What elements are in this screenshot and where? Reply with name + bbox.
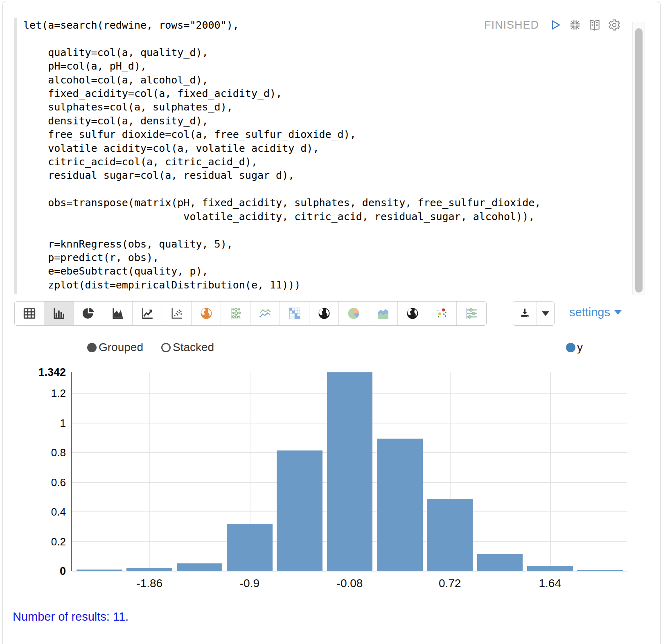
globe-dark-2-icon (406, 306, 419, 320)
chart-type-globe-dark-2-button[interactable] (398, 302, 427, 325)
histogram-bar-3[interactable] (177, 563, 223, 571)
bar-chart-icon (52, 306, 66, 320)
pie-chart-icon (81, 306, 95, 320)
code-line: obs=transpose(matrix(pH, fixed_acidity, … (23, 196, 541, 209)
scatter-plot-icon (170, 306, 184, 320)
scatter-multicolor-icon (435, 306, 449, 320)
histogram-bar-2[interactable] (126, 568, 172, 571)
paragraph-settings-button[interactable] (608, 18, 621, 32)
notebook-paragraph: let(a=search(redwine, rows="2000"), qual… (2, 1, 661, 644)
download-icon (519, 307, 530, 320)
histogram-bar-7[interactable] (377, 439, 423, 571)
chart-type-bubble-grid-green-button[interactable] (221, 302, 250, 325)
code-line: density=col(a, density_d), (23, 114, 541, 128)
chart-type-area-pastel-button[interactable] (368, 302, 398, 325)
download-button-group (513, 301, 555, 326)
y-axis-tick-label: 0 (60, 565, 66, 578)
visualization-toolbar-row: settings (14, 301, 660, 326)
code-line (23, 223, 541, 237)
chart-type-pie-chart-button[interactable] (74, 302, 103, 325)
line-chart-icon (140, 306, 154, 320)
plot-area: 1.3421.210.80.60.40.20-1.86-0.9-0.080.72… (71, 372, 627, 571)
vertical-gridline (550, 372, 551, 571)
chart-type-bar-chart-button[interactable] (44, 302, 74, 325)
result-count-text: Number of results: 11. (13, 610, 129, 624)
y-axis-tick-label: 0.2 (51, 535, 66, 548)
code-line: r=knnRegress(obs, quality, 5), (23, 237, 541, 251)
chart-type-scatter-multicolor-button[interactable] (427, 302, 457, 325)
paragraph-status-bar: FINISHED (484, 18, 621, 32)
gear-icon (608, 18, 621, 32)
chart-type-toolbar (14, 301, 487, 326)
series-legend-y[interactable]: y (566, 341, 583, 354)
histogram-bar-8[interactable] (427, 499, 473, 571)
editor-scrollbar-track[interactable] (632, 22, 645, 295)
y-axis-tick-label: 1 (60, 417, 66, 429)
collapse-output-button[interactable] (568, 18, 582, 32)
radio-selected-icon (87, 343, 97, 352)
multi-line-chart-icon (258, 306, 272, 320)
code-line: let(a=search(redwine, rows="2000"), (23, 18, 541, 32)
collapse-arrows-icon (568, 18, 582, 32)
code-editor-content[interactable]: let(a=search(redwine, rows="2000"), qual… (23, 18, 541, 292)
settings-link-label: settings (569, 306, 610, 319)
histogram-bar-9[interactable] (477, 554, 523, 571)
map-globe-orange-icon (199, 306, 213, 320)
histogram-bar-1[interactable] (77, 570, 122, 571)
code-line: volatile_acidity=col(a, volatile_acidity… (23, 142, 541, 155)
chart-type-sliders-button[interactable] (457, 302, 486, 325)
chart-type-map-globe-orange-button[interactable] (192, 302, 221, 325)
chart-type-table-button[interactable] (15, 302, 44, 325)
code-line: alcohol=col(a, alcohol_d), (23, 73, 541, 87)
y-axis-tick-label: 1.342 (38, 366, 66, 379)
group-mode-legend: GroupedStacked (87, 341, 214, 354)
code-line: sulphates=col(a, sulphates_d), (23, 100, 541, 114)
caret-down-icon (614, 310, 622, 315)
histogram-bar-6[interactable] (327, 372, 373, 571)
chart-type-heatmap-button[interactable] (280, 302, 309, 325)
code-line: quality=col(a, quality_d), (23, 46, 541, 59)
legend-mode-grouped[interactable]: Grouped (87, 341, 143, 354)
legend-mode-label: Stacked (173, 341, 214, 354)
play-icon (549, 18, 562, 32)
series-y-label: y (577, 341, 583, 354)
x-axis-tick-label: -1.86 (136, 577, 162, 590)
bubble-grid-green-icon (229, 306, 243, 320)
globe-dark-icon (317, 306, 331, 320)
heatmap-icon (288, 306, 302, 320)
histogram-bar-5[interactable] (277, 450, 322, 571)
chart-type-multi-line-chart-button[interactable] (250, 302, 280, 325)
download-options-button[interactable] (537, 302, 554, 325)
code-line: free_sulfur_dioxide=col(a, free_sulfur_d… (23, 128, 541, 141)
x-axis-tick-label: 0.72 (439, 577, 461, 590)
code-line: volatile_acidity, citric_acid, residual_… (23, 210, 541, 223)
histogram-bar-4[interactable] (227, 524, 273, 571)
chart-type-pie-pastel-button[interactable] (339, 302, 368, 325)
chart-type-globe-dark-button[interactable] (309, 302, 339, 325)
code-line: pH=col(a, pH_d), (23, 59, 541, 73)
settings-link[interactable]: settings (569, 306, 622, 319)
pie-pastel-icon (347, 306, 361, 320)
code-line: fixed_acidity=col(a, fixed_acidity_d), (23, 87, 541, 100)
show-editor-button[interactable] (588, 18, 601, 32)
code-line: citric_acid=col(a, citric_acid_d), (23, 155, 541, 169)
code-line (23, 32, 541, 45)
x-axis-tick-label: 1.64 (539, 577, 562, 590)
y-axis-tick-label: 0.4 (51, 506, 66, 518)
chart-type-area-chart-button[interactable] (103, 302, 133, 325)
histogram-bar-11[interactable] (577, 570, 623, 571)
editor-scrollbar-thumb[interactable] (635, 28, 643, 293)
y-axis-tick-label: 0.6 (51, 476, 66, 489)
chart-type-scatter-plot-button[interactable] (162, 302, 192, 325)
legend-mode-stacked[interactable]: Stacked (161, 341, 214, 354)
status-label: FINISHED (484, 19, 539, 32)
editor-gutter (14, 18, 17, 294)
code-line (23, 182, 541, 196)
run-button[interactable] (549, 18, 562, 32)
histogram-bar-10[interactable] (527, 566, 573, 571)
chart-type-line-chart-button[interactable] (133, 302, 162, 325)
area-chart-icon (111, 306, 125, 320)
download-button[interactable] (513, 302, 537, 325)
area-pastel-icon (376, 306, 390, 320)
radio-unselected-icon (161, 343, 171, 352)
